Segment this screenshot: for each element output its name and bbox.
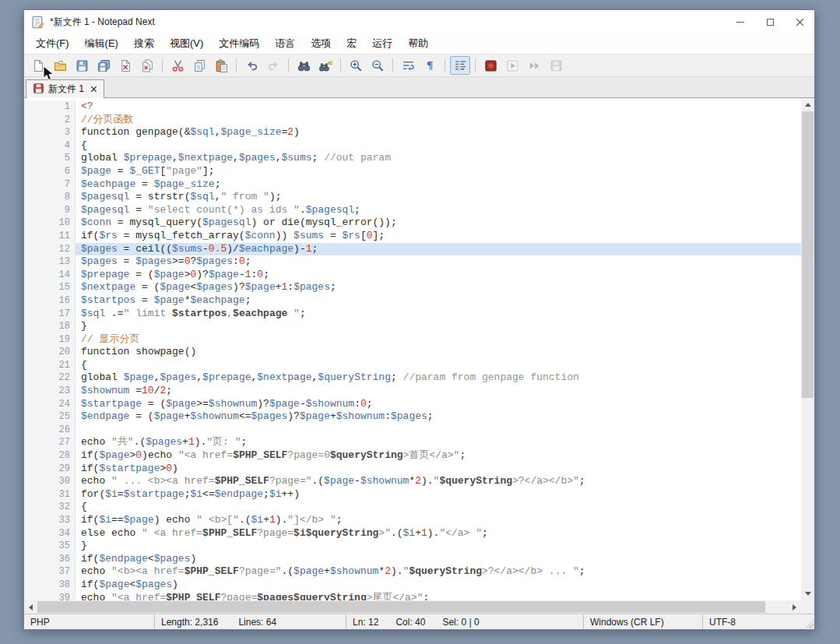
code-line-10: 10$conn = mysql_query($pagesql) or die(m… [24, 216, 801, 230]
toolbar-paste-button[interactable] [211, 56, 231, 75]
menu-item-3[interactable]: 搜索 [126, 33, 162, 54]
menu-item-7[interactable]: 选项 [303, 33, 339, 54]
code-text[interactable]: $pagesql = strstr($sql," from "); [76, 191, 801, 204]
close-button[interactable] [785, 10, 814, 33]
toolbar-save-button[interactable] [72, 56, 92, 75]
code-text[interactable]: echo "共".($pages+1)."页: "; [76, 436, 801, 449]
code-line-23: 23$shownum =10/2; [24, 385, 801, 398]
toolbar-zoom-out-button[interactable] [367, 56, 388, 75]
code-text[interactable]: if($endpage<$pages) [76, 553, 801, 566]
code-text[interactable]: $shownum =10/2; [76, 385, 801, 398]
vertical-scroll-thumb[interactable] [802, 111, 814, 398]
horizontal-scroll-thumb[interactable] [37, 601, 765, 613]
menu-item-8[interactable]: 宏 [339, 33, 364, 54]
toolbar-show-all-characters-button[interactable]: ¶ [420, 56, 440, 75]
toolbar-undo-button[interactable] [241, 56, 262, 75]
code-text[interactable]: function genpage(&$sql,$page_size=2) [76, 126, 801, 139]
code-text[interactable]: $endpage = ($page+$shownum<=$pages)?$pag… [76, 410, 801, 424]
code-text[interactable]: { [76, 359, 801, 372]
toolbar-macro-run-multiple-button [524, 56, 544, 75]
close-file-icon [119, 59, 132, 72]
code-text[interactable]: { [76, 139, 801, 153]
code-text[interactable]: if($page<$pages) [76, 579, 801, 592]
code-text[interactable]: $page = $_GET["page"]; [76, 165, 801, 178]
code-text[interactable]: $pages = $pages>=0?$pages:0; [76, 255, 801, 269]
horizontal-scrollbar[interactable] [24, 600, 801, 614]
code-text[interactable]: echo "<a href=$PHP_SELF?page=$pages$quer… [76, 592, 801, 600]
code-text[interactable]: $startpos = $page*$eachpage; [76, 294, 801, 308]
scroll-right-arrow[interactable] [788, 600, 801, 614]
toolbar-close-button[interactable] [115, 56, 135, 75]
code-text[interactable]: for($i=$startpage;$i<=$endpage;$i++) [76, 488, 801, 501]
code-text[interactable]: else echo " <a href=$PHP_SELF?page=$i$qu… [76, 527, 801, 540]
line-number: 2 [24, 114, 76, 127]
tab-new-file-1[interactable]: 新文件 1 [26, 79, 104, 98]
scroll-left-arrow[interactable] [24, 600, 37, 614]
toolbar-word-wrap-button[interactable] [398, 56, 418, 75]
toolbar-find-button[interactable] [293, 56, 314, 75]
menu-item-1[interactable]: 文件(F) [28, 33, 77, 54]
menu-item-5[interactable]: 文件编码 [211, 33, 267, 54]
menu-item-10[interactable]: 帮助 [400, 33, 436, 54]
code-text[interactable] [76, 424, 801, 437]
line-number: 25 [24, 410, 76, 424]
maximize-button[interactable] [755, 10, 785, 33]
line-number: 1 [24, 100, 76, 114]
code-text[interactable]: echo " ... <b><a href=$PHP_SELF?page=".(… [76, 475, 801, 488]
toolbar-indent-guide-button[interactable] [450, 56, 470, 75]
scroll-down-arrow[interactable] [801, 587, 814, 600]
code-text[interactable]: $pages = ceil(($sums-0.5)/$eachpage)-1; [76, 243, 801, 256]
scroll-up-arrow[interactable] [801, 98, 814, 111]
code-text[interactable]: $startpage = ($page>=$shownum)?$page-$sh… [76, 398, 801, 411]
line-number: 18 [24, 320, 76, 333]
code-text[interactable]: $nextpage = ($page<$pages)?$page+1:$page… [76, 281, 801, 294]
toolbar-replace-button[interactable]: ab [315, 56, 336, 75]
toolbar-macro-record-button[interactable] [480, 56, 501, 75]
toolbar-save-all-button[interactable] [93, 56, 114, 75]
code-text[interactable]: if($page>0)echo "<a href=$PHP_SELF?page=… [76, 449, 801, 463]
code-text[interactable]: // 显示分页 [76, 333, 801, 347]
status-language: PHP [24, 614, 155, 629]
code-text[interactable]: } [76, 540, 801, 553]
resize-grip-icon[interactable] [803, 618, 814, 628]
pilcrow-icon: ¶ [424, 59, 437, 72]
code-text[interactable]: global $prepage,$nextpage,$pages,$sums; … [76, 152, 801, 165]
minimize-button[interactable] [726, 10, 755, 33]
find-icon [297, 59, 311, 72]
status-bar: PHP Length: 2,316 Lines: 64 Ln: 12 Col: … [24, 614, 814, 629]
code-text[interactable]: $pagesql = "select count(*) as ids ".$pa… [76, 204, 801, 217]
code-text[interactable]: if($rs = mysql_fetch_array($conn)) $sums… [76, 230, 801, 243]
code-line-30: 30echo " ... <b><a href=$PHP_SELF?page="… [24, 475, 801, 488]
code-text[interactable]: $prepage = ($page>0)?$page-1:0; [76, 269, 801, 282]
code-text[interactable]: if($i==$page) echo " <b>[".($i+1)."]</b>… [76, 514, 801, 527]
code-text[interactable]: { [76, 501, 801, 514]
menu-item-6[interactable]: 语言 [267, 33, 303, 54]
code-text[interactable]: //分页函数 [76, 114, 801, 127]
menu-item-4[interactable]: 视图(V) [162, 33, 211, 54]
code-text[interactable]: function showpage() [76, 346, 801, 359]
code-line-27: 27echo "共".($pages+1)."页: "; [24, 436, 801, 449]
code-text[interactable]: <? [76, 100, 801, 114]
code-text[interactable]: $sql .=" limit $startpos,$eachpage "; [76, 308, 801, 321]
toolbar-separator [162, 58, 163, 72]
toolbar-close-all-button[interactable] [137, 56, 157, 75]
code-text[interactable]: echo "<b><a href=$PHP_SELF?page=".($page… [76, 565, 801, 579]
code-text[interactable]: if($startpage>0) [76, 463, 801, 476]
code-text[interactable]: global $page,$pages,$prepage,$nextpage,$… [76, 371, 801, 385]
tab-close-icon[interactable] [90, 86, 97, 93]
code-line-39: 39echo "<a href=$PHP_SELF?page=$pages$qu… [24, 592, 801, 600]
code-text[interactable]: $conn = mysql_query($pagesql) or die(mys… [76, 216, 801, 230]
menu-item-2[interactable]: 编辑(E) [77, 33, 126, 54]
toolbar-zoom-in-button[interactable] [346, 56, 366, 75]
vertical-scrollbar[interactable] [801, 98, 814, 600]
code-line-12: 12$pages = ceil(($sums-0.5)/$eachpage)-1… [24, 243, 801, 256]
toolbar-cut-button[interactable] [167, 56, 188, 75]
line-number: 30 [24, 475, 76, 488]
undo-icon [245, 59, 258, 72]
code-text[interactable]: } [76, 320, 801, 333]
toolbar: ab¶ [24, 54, 814, 77]
menu-item-9[interactable]: 运行 [364, 33, 400, 54]
status-document-stats: Length: 2,316 Lines: 64 [155, 614, 346, 629]
toolbar-copy-button[interactable] [189, 56, 209, 75]
code-text[interactable]: $eachpage = $page_size; [76, 178, 801, 192]
